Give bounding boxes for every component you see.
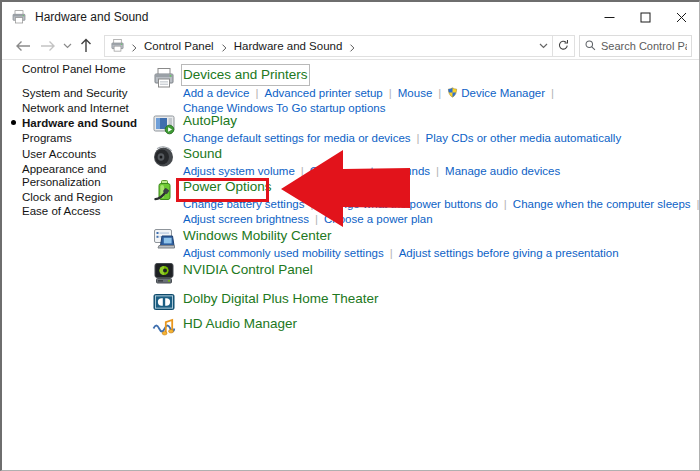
breadcrumb-chevron-icon[interactable] bbox=[128, 40, 140, 52]
sidebar-item-programs[interactable]: Programs bbox=[22, 132, 140, 145]
link-separator: | bbox=[315, 213, 318, 225]
hd-audio-icon bbox=[152, 315, 176, 339]
link-separator: | bbox=[417, 132, 420, 144]
task-link-mouse[interactable]: Mouse bbox=[398, 87, 433, 99]
task-link-change-system-sounds[interactable]: Change system sounds bbox=[310, 165, 430, 177]
section-autoplay: AutoPlayChange default settings for medi… bbox=[152, 111, 689, 145]
autoplay-icon bbox=[152, 112, 176, 136]
task-link-change-what-the-power-buttons-do[interactable]: Change what the power buttons do bbox=[319, 198, 497, 210]
task-link-play-cds-or-other-media-automatically[interactable]: Play CDs or other media automatically bbox=[426, 132, 622, 144]
task-link-change-battery-settings[interactable]: Change battery settings bbox=[183, 198, 304, 210]
link-separator: | bbox=[256, 87, 259, 99]
sidebar-item-ease-of-access[interactable]: Ease of Access bbox=[22, 205, 140, 218]
task-link-device-manager[interactable]: Device Manager bbox=[447, 87, 545, 99]
battery-icon bbox=[152, 178, 176, 202]
control-panel-window: Hardware and Sound Control Panel Hardwar… bbox=[0, 0, 700, 471]
task-link-change-default-settings-for-media-or-devices[interactable]: Change default settings for media or dev… bbox=[183, 132, 411, 144]
recent-locations-chevron-icon[interactable] bbox=[60, 34, 74, 58]
section-title-nvidia-control-panel[interactable]: NVIDIA Control Panel bbox=[183, 261, 313, 279]
task-link-choose-a-power-plan[interactable]: Choose a power plan bbox=[324, 213, 433, 225]
link-separator: | bbox=[438, 87, 441, 99]
link-separator: | bbox=[504, 198, 507, 210]
sidebar-item-appearance-and-personalization[interactable]: Appearance and Personalization bbox=[22, 163, 140, 189]
up-button[interactable] bbox=[74, 34, 98, 58]
link-separator: | bbox=[389, 87, 392, 99]
task-link-adjust-screen-brightness[interactable]: Adjust screen brightness bbox=[183, 213, 309, 225]
link-separator: | bbox=[301, 165, 304, 177]
section-sound: SoundAdjust system volume|Change system … bbox=[152, 144, 689, 178]
task-links-row: Adjust commonly used mobility settings|A… bbox=[183, 247, 689, 260]
task-link-adjust-system-volume[interactable]: Adjust system volume bbox=[183, 165, 295, 177]
task-link-advanced-printer-setup[interactable]: Advanced printer setup bbox=[265, 87, 383, 99]
task-links-row: Adjust screen brightness|Choose a power … bbox=[183, 213, 689, 226]
link-separator: | bbox=[310, 198, 313, 210]
mobility-icon bbox=[152, 227, 176, 251]
sidebar-item-clock-and-region[interactable]: Clock and Region bbox=[22, 191, 140, 204]
task-links-row: Add a device|Advanced printer setup|Mous… bbox=[183, 86, 689, 100]
section-power-options: Power OptionsChange battery settings|Cha… bbox=[152, 177, 689, 226]
link-separator: | bbox=[551, 87, 554, 99]
task-link-manage-audio-devices[interactable]: Manage audio devices bbox=[445, 165, 560, 177]
link-separator: | bbox=[697, 198, 700, 210]
section-title-dolby-digital-plus-home-theater[interactable]: Dolby Digital Plus Home Theater bbox=[183, 290, 379, 308]
back-button[interactable] bbox=[10, 34, 36, 58]
sidebar-item-system-and-security[interactable]: System and Security bbox=[22, 87, 140, 100]
link-separator: | bbox=[390, 247, 393, 259]
section-title-devices-and-printers[interactable]: Devices and Printers bbox=[183, 66, 308, 84]
sidebar-item-control-panel-home[interactable]: Control Panel Home bbox=[22, 63, 140, 76]
section-title-sound[interactable]: Sound bbox=[183, 145, 222, 163]
section-devices-and-printers: Devices and PrintersAdd a device|Advance… bbox=[152, 65, 689, 115]
sidebar: Control Panel Home System and SecurityNe… bbox=[2, 60, 148, 470]
nvidia-icon bbox=[152, 261, 176, 285]
section-title-hd-audio-manager[interactable]: HD Audio Manager bbox=[183, 315, 297, 333]
section-windows-mobility-center: Windows Mobility CenterAdjust commonly u… bbox=[152, 226, 689, 260]
breadcrumb-location-icon bbox=[110, 38, 125, 53]
active-bullet-icon bbox=[11, 120, 16, 125]
sidebar-item-user-accounts[interactable]: User Accounts bbox=[22, 148, 140, 161]
dolby-icon bbox=[152, 290, 176, 314]
link-separator: | bbox=[436, 165, 439, 177]
hardware-and-sound-icon bbox=[11, 9, 27, 25]
sidebar-item-hardware-and-sound[interactable]: Hardware and Sound bbox=[22, 117, 140, 130]
sidebar-item-network-and-internet[interactable]: Network and Internet bbox=[22, 102, 140, 115]
section-hd-audio-manager: HD Audio Manager bbox=[152, 314, 689, 333]
uac-shield-icon bbox=[447, 86, 458, 99]
category-task-list: Devices and PrintersAdd a device|Advance… bbox=[152, 2, 699, 470]
section-nvidia-control-panel: NVIDIA Control Panel bbox=[152, 260, 689, 279]
task-link-change-when-the-computer-sleeps[interactable]: Change when the computer sleeps bbox=[513, 198, 691, 210]
section-title-autoplay[interactable]: AutoPlay bbox=[183, 112, 237, 130]
task-link-adjust-commonly-used-mobility-settings[interactable]: Adjust commonly used mobility settings bbox=[183, 247, 384, 259]
task-link-add-a-device[interactable]: Add a device bbox=[183, 87, 250, 99]
task-links-row: Change battery settings|Change what the … bbox=[183, 198, 689, 211]
speaker-icon bbox=[152, 145, 176, 169]
forward-button[interactable] bbox=[36, 34, 60, 58]
section-dolby-digital-plus-home-theater: Dolby Digital Plus Home Theater bbox=[152, 289, 689, 308]
section-title-power-options[interactable]: Power Options bbox=[183, 178, 272, 196]
printer-icon bbox=[152, 66, 176, 90]
task-link-adjust-settings-before-giving-a-presentation[interactable]: Adjust settings before giving a presenta… bbox=[399, 247, 619, 259]
window-title: Hardware and Sound bbox=[35, 10, 148, 24]
section-title-windows-mobility-center[interactable]: Windows Mobility Center bbox=[183, 227, 332, 245]
